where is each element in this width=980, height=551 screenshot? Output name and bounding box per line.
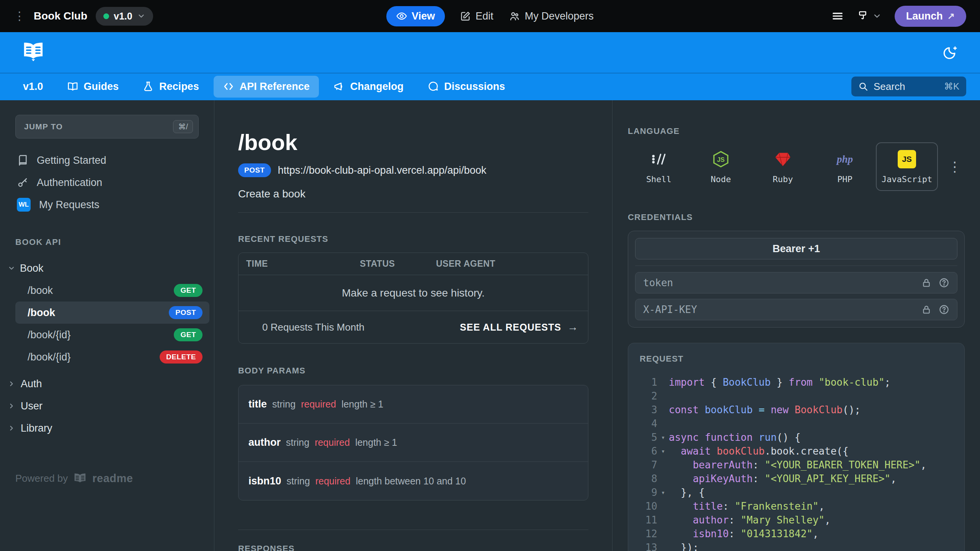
edit-button[interactable]: Edit: [460, 10, 493, 22]
bearer-auth-button[interactable]: Bearer +1: [635, 238, 957, 259]
see-all-requests-link[interactable]: SEE ALL REQUESTS →: [460, 321, 578, 333]
param-constraint: length ≥ 1: [355, 437, 397, 448]
sidebar-endpoint-book-post[interactable]: /book POST: [15, 302, 209, 324]
endpoint-url: https://book-club-api-opal.vercel.app/ap…: [278, 165, 487, 176]
param-type: string: [272, 399, 296, 410]
chevron-right-icon: [8, 424, 15, 432]
code-line: 13 });: [640, 541, 953, 551]
kebab-menu-icon[interactable]: ⋮: [14, 10, 25, 22]
project-name: Book Club: [34, 10, 87, 22]
nav-changelog[interactable]: Changelog: [324, 76, 413, 98]
version-selector[interactable]: v1.0: [96, 7, 153, 26]
hamburger-menu-icon[interactable]: [831, 10, 844, 23]
nav-version[interactable]: v1.0: [14, 76, 52, 98]
method-badge-get: GET: [174, 284, 203, 297]
more-languages-icon[interactable]: ⋮: [948, 163, 965, 171]
sidebar-item-authentication[interactable]: Authentication: [0, 171, 214, 194]
param-row-isbn10: isbn10 string required length between 10…: [238, 462, 588, 500]
code-line: 10 title: "Frankenstein",: [640, 499, 953, 513]
nav-discussions[interactable]: Discussions: [418, 76, 514, 98]
code-line: 2: [640, 389, 953, 403]
doc-nav-bar: v1.0 Guides Recipes API Reference Change…: [0, 73, 980, 100]
param-type: string: [286, 437, 309, 448]
help-circle-icon[interactable]: [939, 304, 949, 315]
language-label-text: Node: [711, 174, 731, 184]
responses-label: RESPONSES: [238, 544, 588, 551]
jump-to-input[interactable]: JUMP TO ⌘/: [15, 115, 199, 139]
sidebar-endpoint-book-id-delete[interactable]: /book/{id} DELETE: [0, 346, 214, 368]
external-link-arrow-icon: ↗: [947, 11, 955, 21]
sidebar-item-my-requests[interactable]: WL My Requests: [0, 194, 214, 216]
powered-by-readme-link[interactable]: Powered by readme: [15, 472, 214, 485]
param-name: isbn10: [248, 475, 281, 487]
sidebar-item-getting-started[interactable]: Getting Started: [0, 149, 214, 171]
divider: [238, 530, 588, 530]
recent-requests-label: RECENT REQUESTS: [238, 234, 588, 244]
param-constraint: length ≥ 1: [341, 399, 384, 410]
sidebar-group-auth[interactable]: Auth: [0, 373, 214, 395]
site-logo-book-icon[interactable]: [21, 42, 45, 63]
param-row-title: title string required length ≥ 1: [238, 385, 588, 424]
dark-mode-toggle[interactable]: [942, 44, 959, 61]
endpoint-description: Create a book: [238, 188, 588, 200]
launch-button[interactable]: Launch ↗: [895, 6, 966, 27]
sidebar-section-label: BOOK API: [15, 237, 214, 247]
node-icon: JS: [712, 149, 730, 169]
param-required: required: [315, 476, 351, 487]
code-line: 11 author: "Mary Shelley",: [640, 513, 953, 527]
code-line: 7 bearerAuth: "<YOUR_BEARER_TOKEN_HERE>"…: [640, 458, 953, 472]
arrow-right-icon: →: [567, 321, 578, 333]
chevron-down-icon: [8, 264, 15, 272]
sidebar-group-book[interactable]: Book: [0, 257, 214, 279]
sidebar-endpoint-book-get[interactable]: /book GET: [0, 279, 214, 302]
bearer-auth-label: Bearer +1: [773, 243, 820, 255]
nav-guides[interactable]: Guides: [58, 76, 128, 98]
language-picker: Shell JS Node Ruby php PHP JS JavaScrip: [628, 142, 965, 191]
language-label-text: JavaScript: [882, 174, 932, 184]
code-line: 1import { BookClub } from "book-club";: [640, 375, 953, 389]
credentials-card: Bearer +1: [628, 231, 965, 328]
param-required: required: [301, 399, 336, 410]
endpoint-path: /book/{id}: [28, 329, 71, 341]
help-circle-icon[interactable]: [939, 277, 949, 288]
search-placeholder: Search: [874, 81, 905, 93]
code-line: 12 isbn10: "0143131842",: [640, 527, 953, 541]
nav-version-label: v1.0: [23, 81, 43, 93]
search-input[interactable]: Search ⌘K: [851, 77, 966, 96]
divider: [635, 266, 957, 266]
eye-icon: [396, 11, 407, 21]
users-icon: [509, 10, 520, 22]
sidebar-item-label: My Requests: [39, 199, 100, 211]
token-input[interactable]: [643, 277, 914, 289]
appearance-menu[interactable]: [857, 10, 882, 22]
nav-api-reference[interactable]: API Reference: [214, 76, 319, 98]
requests-count: 0 Requests This Month: [262, 321, 364, 333]
sidebar-endpoint-book-id-get[interactable]: /book/{id} GET: [0, 324, 214, 346]
table-header-row: TIME STATUS USER AGENT: [238, 253, 588, 275]
sidebar-group-label: Library: [21, 422, 52, 434]
method-badge-delete: DELETE: [160, 350, 203, 364]
nav-recipes-label: Recipes: [159, 81, 199, 93]
param-name: title: [248, 398, 267, 410]
language-ruby[interactable]: Ruby: [752, 143, 814, 190]
sidebar-group-library[interactable]: Library: [0, 417, 214, 439]
chevron-right-icon: [8, 402, 15, 410]
language-php[interactable]: php PHP: [814, 143, 876, 190]
jump-to-label: JUMP TO: [24, 122, 63, 131]
nav-recipes[interactable]: Recipes: [133, 76, 208, 98]
language-node[interactable]: JS Node: [690, 143, 752, 190]
language-javascript[interactable]: JS JavaScript: [876, 142, 938, 191]
param-name: author: [248, 437, 281, 448]
view-button[interactable]: View: [386, 6, 445, 26]
language-shell[interactable]: Shell: [628, 143, 690, 190]
request-label: REQUEST: [640, 354, 953, 364]
param-row-author: author string required length ≥ 1: [238, 424, 588, 462]
sidebar-group-user[interactable]: User: [0, 395, 214, 417]
request-code-card: REQUEST 1import { BookClub } from "book-…: [628, 343, 965, 551]
param-constraint: length between 10 and 10: [356, 476, 466, 487]
table-footer: 0 Requests This Month SEE ALL REQUESTS →: [238, 311, 588, 343]
code-brackets-icon: [223, 81, 234, 92]
code-line: 8 apiKeyAuth: "<YOUR_API_KEY_HERE>",: [640, 472, 953, 486]
my-developers-button[interactable]: My Developers: [509, 10, 594, 22]
api-key-input[interactable]: [643, 304, 914, 315]
